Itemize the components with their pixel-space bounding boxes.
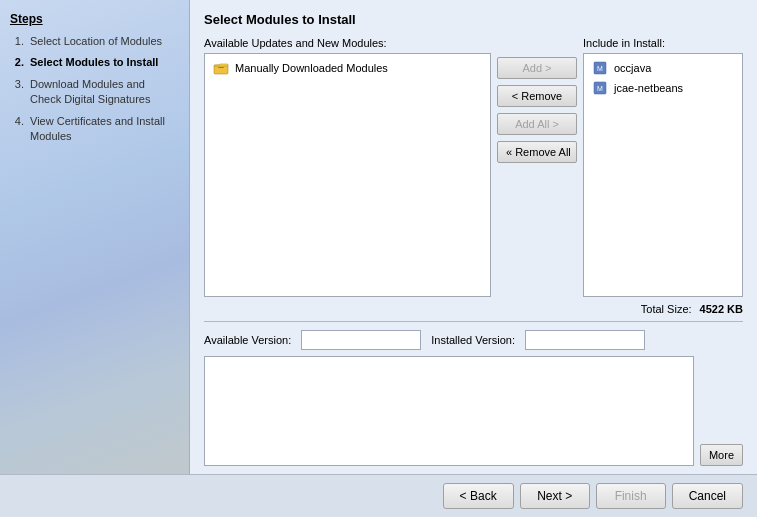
step-3-label: Download Modules and Check Digital Signa… — [30, 77, 179, 108]
jcae-netbeans-label: jcae-netbeans — [614, 82, 683, 94]
add-all-button[interactable]: Add All > — [497, 113, 577, 135]
include-panel: Include in Install: M occjava — [583, 37, 743, 297]
include-item-occjava[interactable]: M occjava — [588, 58, 738, 78]
main-title: Select Modules to Install — [204, 12, 743, 27]
step-2: 2. Select Modules to Install — [10, 55, 179, 70]
module-select-area: Available Updates and New Modules: Manua… — [204, 37, 743, 297]
step-2-label: Select Modules to Install — [30, 55, 158, 70]
manually-downloaded-label: Manually Downloaded Modules — [235, 62, 388, 74]
step-1-num: 1. — [10, 34, 24, 49]
occjava-label: occjava — [614, 62, 651, 74]
footer: < Back Next > Finish Cancel — [0, 474, 757, 517]
total-size-row: Total Size: 4522 KB — [204, 297, 743, 321]
include-label: Include in Install: — [583, 37, 743, 49]
description-area: More — [204, 356, 743, 466]
include-item-jcae-netbeans[interactable]: M jcae-netbeans — [588, 78, 738, 98]
step-3-num: 3. — [10, 77, 24, 108]
step-3: 3. Download Modules and Check Digital Si… — [10, 77, 179, 108]
available-label: Available Updates and New Modules: — [204, 37, 491, 49]
installed-version-input[interactable] — [525, 330, 645, 350]
include-modules-listbox[interactable]: M occjava M jcae-netbeans — [583, 53, 743, 297]
add-button[interactable]: Add > — [497, 57, 577, 79]
more-btn-col: More — [700, 444, 743, 466]
svg-text:M: M — [597, 65, 603, 72]
step-1: 1. Select Location of Modules — [10, 34, 179, 49]
svg-rect-1 — [218, 67, 224, 68]
available-version-input[interactable] — [301, 330, 421, 350]
list-item-manually-downloaded[interactable]: Manually Downloaded Modules — [209, 58, 486, 78]
available-panel: Available Updates and New Modules: Manua… — [204, 37, 491, 297]
step-4: 4. View Certificates and Install Modules — [10, 114, 179, 145]
sidebar-title: Steps — [10, 12, 179, 26]
bottom-section: Available Version: Installed Version: Mo… — [204, 321, 743, 466]
module-icon-jcae-netbeans: M — [592, 80, 608, 96]
version-row: Available Version: Installed Version: — [204, 330, 743, 350]
main-content: Select Modules to Install Available Upda… — [190, 0, 757, 474]
remove-button[interactable]: < Remove — [497, 85, 577, 107]
folder-icon — [213, 60, 229, 76]
total-size-label: Total Size: — [641, 303, 692, 315]
step-4-num: 4. — [10, 114, 24, 145]
svg-rect-0 — [214, 65, 228, 74]
finish-button[interactable]: Finish — [596, 483, 666, 509]
available-modules-listbox[interactable]: Manually Downloaded Modules — [204, 53, 491, 297]
description-box-row: More — [204, 356, 743, 466]
description-textarea[interactable] — [204, 356, 694, 466]
steps-list: 1. Select Location of Modules 2. Select … — [10, 34, 179, 144]
sidebar: Steps 1. Select Location of Modules 2. S… — [0, 0, 190, 474]
cancel-button[interactable]: Cancel — [672, 483, 743, 509]
remove-all-button[interactable]: « Remove All — [497, 141, 577, 163]
installed-version-label: Installed Version: — [431, 334, 515, 346]
total-size-value: 4522 KB — [700, 303, 743, 315]
svg-text:M: M — [597, 85, 603, 92]
available-version-label: Available Version: — [204, 334, 291, 346]
module-action-buttons: Add > < Remove Add All > « Remove All — [497, 37, 577, 297]
step-1-label: Select Location of Modules — [30, 34, 162, 49]
step-4-label: View Certificates and Install Modules — [30, 114, 179, 145]
next-button[interactable]: Next > — [520, 483, 590, 509]
step-2-num: 2. — [10, 55, 24, 70]
back-button[interactable]: < Back — [443, 483, 514, 509]
more-button[interactable]: More — [700, 444, 743, 466]
module-icon-occjava: M — [592, 60, 608, 76]
